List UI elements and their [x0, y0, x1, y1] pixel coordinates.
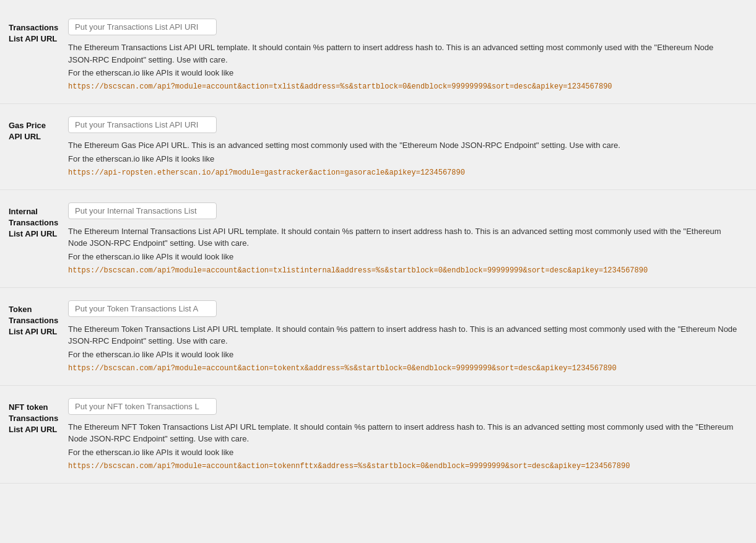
- label-transactions-list: Transactions List API URL: [0, 19, 68, 45]
- example-label-internal-transactions: For the etherscan.io like APIs it would …: [68, 252, 737, 261]
- input-internal-transactions[interactable]: [68, 202, 217, 219]
- description-nft-token-transactions: The Ethereum NFT Token Transactions List…: [68, 421, 737, 445]
- input-transactions-list[interactable]: [68, 19, 217, 35]
- setting-row-gas-price: Gas Price API URLThe Ethereum Gas Pice A…: [0, 104, 756, 190]
- label-gas-price: Gas Price API URL: [0, 116, 68, 142]
- setting-row-nft-token-transactions: NFT token Transactions List API URLThe E…: [0, 386, 756, 484]
- input-gas-price[interactable]: [68, 116, 217, 133]
- example-url-gas-price: https://api-ropsten.etherscan.io/api?mod…: [68, 168, 737, 177]
- label-nft-token-transactions: NFT token Transactions List API URL: [0, 398, 68, 436]
- content-transactions-list: The Ethereum Transactions List API URL t…: [68, 19, 750, 91]
- description-gas-price: The Ethereum Gas Pice API URL. This is a…: [68, 139, 737, 152]
- example-label-transactions-list: For the etherscan.io like APIs it would …: [68, 68, 737, 77]
- example-url-transactions-list: https://bscscan.com/api?module=account&a…: [68, 82, 737, 91]
- input-nft-token-transactions[interactable]: [68, 398, 217, 415]
- content-internal-transactions: The Ethereum Internal Transactions List …: [68, 202, 750, 275]
- content-token-transactions: The Ethereum Token Transactions List API…: [68, 300, 750, 373]
- setting-row-token-transactions: Token Transactions List API URLThe Ether…: [0, 288, 756, 386]
- content-nft-token-transactions: The Ethereum NFT Token Transactions List…: [68, 398, 750, 471]
- example-label-gas-price: For the etherscan.io like APIs it looks …: [68, 154, 737, 163]
- content-gas-price: The Ethereum Gas Pice API URL. This is a…: [68, 116, 750, 177]
- example-url-token-transactions: https://bscscan.com/api?module=account&a…: [68, 364, 737, 373]
- example-url-internal-transactions: https://bscscan.com/api?module=account&a…: [68, 266, 737, 275]
- setting-row-internal-transactions: Internal Transactions List API URLThe Et…: [0, 190, 756, 288]
- settings-container: Transactions List API URLThe Ethereum Tr…: [0, 0, 756, 490]
- example-label-nft-token-transactions: For the etherscan.io like APIs it would …: [68, 448, 737, 457]
- example-url-nft-token-transactions: https://bscscan.com/api?module=account&a…: [68, 462, 737, 471]
- label-internal-transactions: Internal Transactions List API URL: [0, 202, 68, 240]
- input-token-transactions[interactable]: [68, 300, 217, 317]
- example-label-token-transactions: For the etherscan.io like APIs it would …: [68, 350, 737, 359]
- description-internal-transactions: The Ethereum Internal Transactions List …: [68, 225, 737, 250]
- description-token-transactions: The Ethereum Token Transactions List API…: [68, 323, 737, 347]
- description-transactions-list: The Ethereum Transactions List API URL t…: [68, 41, 737, 66]
- label-token-transactions: Token Transactions List API URL: [0, 300, 68, 338]
- setting-row-transactions-list: Transactions List API URLThe Ethereum Tr…: [0, 6, 756, 104]
